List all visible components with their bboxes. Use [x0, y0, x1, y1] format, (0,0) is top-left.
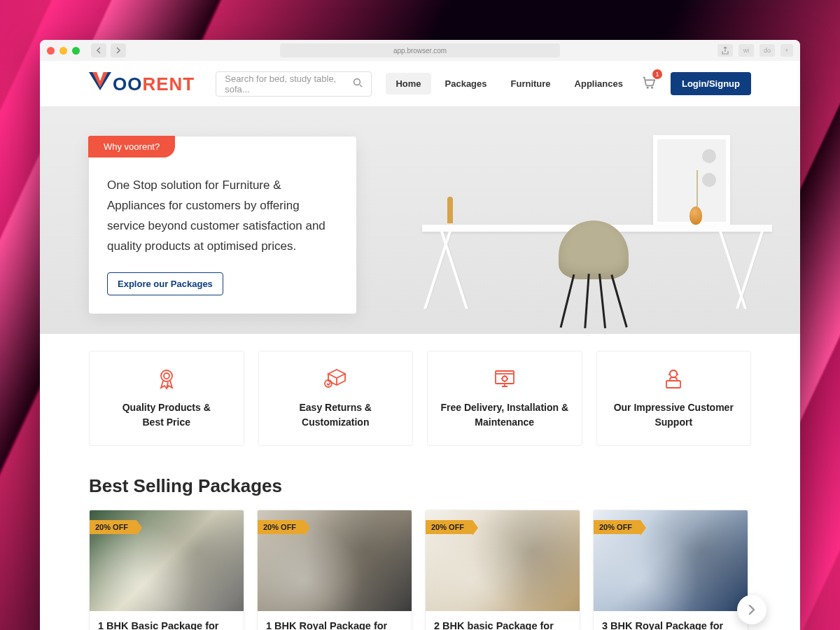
minimize-window-button[interactable]	[59, 47, 67, 55]
browser-back-button[interactable]	[91, 43, 106, 57]
close-window-button[interactable]	[47, 47, 55, 55]
feature-text: Our Impressive Customer	[614, 402, 734, 413]
feature-delivery: Free Delivery, Installation &Maintenance	[427, 351, 582, 446]
site-header: VOO OORENT Search for bed, study table, …	[40, 61, 800, 107]
packages-carousel: 20% OFF 1 BHK Basic Package for Bachelor…	[40, 510, 800, 630]
discount-badge: 20% OFF	[426, 520, 472, 534]
badge-ribbon-icon	[155, 367, 178, 391]
svg-point-4	[164, 373, 169, 379]
features-row: Quality Products &Best Price Easy Return…	[40, 334, 800, 463]
package-title: 1 BHK Royal Package for Bachelors	[258, 611, 412, 630]
package-image: 20% OFF	[594, 510, 748, 611]
svg-point-1	[647, 86, 649, 88]
hero-section: Why voorent? One Stop solution for Furni…	[40, 107, 800, 334]
package-card[interactable]: 20% OFF 3 BHK Royal Package for Family	[593, 510, 748, 630]
discount-badge: 20% OFF	[258, 520, 304, 534]
maximize-window-button[interactable]	[72, 47, 80, 55]
support-agent-icon	[662, 367, 685, 391]
package-title: 2 BHK basic Package for Partners	[426, 611, 580, 630]
svg-point-0	[354, 79, 360, 85]
monitor-gear-icon	[492, 367, 517, 391]
svg-point-2	[651, 86, 653, 88]
hero-text: One Stop solution for Furniture & Applia…	[107, 176, 338, 257]
nav-furniture[interactable]: Furniture	[501, 73, 561, 94]
svg-rect-9	[666, 381, 680, 388]
chevron-right-icon	[748, 604, 756, 615]
feature-returns: Easy Returns &Customization	[258, 351, 414, 446]
nav-appliances[interactable]: Appliances	[565, 73, 633, 94]
package-image: 20% OFF	[426, 510, 580, 611]
logo-v-icon	[89, 72, 111, 90]
browser-tab-do[interactable]: do	[760, 44, 775, 57]
package-title: 3 BHK Royal Package for Family	[594, 611, 748, 630]
box-return-icon	[323, 367, 348, 391]
browser-window: app.browser.com wi do + VOO OORENT Searc…	[40, 40, 800, 630]
browser-tab-wi[interactable]: wi	[738, 44, 754, 57]
cart-count: 1	[652, 69, 662, 79]
main-nav: Home Packages Furniture Appliances 1 Log…	[386, 72, 751, 95]
browser-forward-button[interactable]	[111, 43, 126, 57]
discount-badge: 20% OFF	[90, 520, 136, 534]
browser-url-text: app.browser.com	[393, 47, 447, 55]
hero-card: Why voorent? One Stop solution for Furni…	[89, 136, 356, 314]
browser-titlebar: app.browser.com wi do +	[40, 40, 800, 61]
package-image: 20% OFF	[258, 510, 412, 611]
brand-text-right: RENT	[142, 74, 195, 95]
svg-point-3	[161, 370, 172, 382]
package-card[interactable]: 20% OFF 1 BHK Royal Package for Bachelor…	[257, 510, 412, 630]
packages-heading: Best Selling Packages	[40, 463, 800, 510]
feature-text: Quality Products &	[122, 402, 211, 413]
discount-badge: 20% OFF	[594, 520, 640, 534]
explore-packages-button[interactable]: Explore our Packages	[107, 272, 223, 295]
browser-new-tab-button[interactable]: +	[780, 44, 793, 57]
search-input[interactable]: Search for bed, study table, sofa...	[216, 71, 372, 97]
search-icon[interactable]	[353, 78, 363, 90]
feature-text: Free Delivery, Installation &	[440, 402, 568, 413]
package-card[interactable]: 20% OFF 2 BHK basic Package for Partners	[425, 510, 580, 630]
hero-illustration	[408, 142, 772, 324]
browser-share-button[interactable]	[718, 44, 733, 57]
package-title: 1 BHK Basic Package for Bachelors	[90, 611, 244, 630]
login-signup-button[interactable]: Login/Signup	[671, 72, 751, 95]
package-image: 20% OFF	[90, 510, 244, 611]
package-card[interactable]: 20% OFF 1 BHK Basic Package for Bachelor…	[89, 510, 244, 630]
window-controls	[47, 47, 80, 55]
feature-text: Easy Returns &	[300, 402, 372, 413]
carousel-next-button[interactable]	[737, 595, 766, 624]
browser-url-bar[interactable]: app.browser.com	[280, 43, 560, 57]
nav-home[interactable]: Home	[386, 73, 430, 94]
search-placeholder: Search for bed, study table, sofa...	[225, 74, 353, 94]
feature-quality: Quality Products &Best Price	[89, 351, 244, 446]
nav-packages[interactable]: Packages	[435, 73, 497, 94]
feature-support: Our Impressive CustomerSupport	[596, 351, 752, 446]
hero-tag: Why voorent?	[88, 136, 175, 158]
brand-logo[interactable]: VOO OORENT	[89, 72, 195, 95]
cart-button[interactable]: 1	[641, 75, 657, 93]
